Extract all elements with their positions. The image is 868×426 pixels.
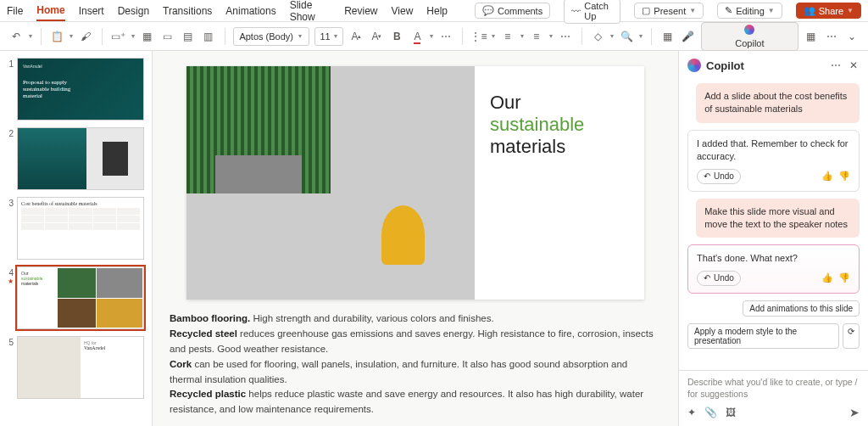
format-painter-button[interactable]: 🖌	[78, 27, 93, 46]
thumb-title: Proposal to supply sustainable building …	[23, 79, 82, 99]
undo-button[interactable]: ↶ Undo	[697, 169, 741, 184]
attach-icon[interactable]: 📎	[704, 406, 717, 418]
slide-title-line-2: sustainable	[490, 114, 629, 136]
chevron-down-icon: ▼	[847, 7, 854, 14]
thumbnail-row[interactable]: 4★ Oursustainablematerials	[5, 266, 147, 329]
share-button[interactable]: 👥 Share ▼	[796, 3, 861, 19]
slide-image-plastic	[331, 193, 475, 300]
tab-help[interactable]: Help	[426, 2, 448, 20]
speaker-notes[interactable]: Bamboo flooring. High strength and durab…	[170, 311, 661, 418]
tab-home[interactable]: Home	[36, 1, 64, 21]
paste-button[interactable]: 📋	[49, 27, 64, 46]
more-para-button[interactable]: ⋯	[558, 27, 573, 46]
copilot-input[interactable]: Describe what you'd like to create, or t…	[687, 376, 860, 401]
suggestion-chip[interactable]: Apply a modern style to the presentation	[687, 323, 839, 349]
chevron-down-icon: ▼	[768, 7, 775, 14]
chevron-down-icon[interactable]: ▾	[520, 32, 524, 40]
font-size-select[interactable]: 11▾	[314, 27, 343, 46]
reuse-slides-button[interactable]: ▥	[201, 27, 216, 46]
thumbnail-slide-5[interactable]: HQ forVanArsdel	[17, 336, 144, 399]
designer-button[interactable]: ▦	[660, 27, 676, 46]
find-button[interactable]: 🔍	[619, 27, 634, 46]
comments-label: Comments	[498, 6, 542, 16]
thumbnail-row[interactable]: 1 VanArsdel Proposal to supply sustainab…	[5, 58, 147, 121]
layout-button[interactable]: ▦	[140, 27, 155, 46]
decrease-font-button[interactable]: A▾	[369, 27, 384, 46]
tab-design[interactable]: Design	[118, 2, 149, 20]
chevron-down-icon[interactable]: ▾	[70, 32, 73, 40]
undo-button[interactable]: ↶	[8, 27, 24, 46]
copilot-ribbon-button[interactable]: Copilot	[701, 22, 798, 51]
close-icon[interactable]: ✕	[848, 58, 860, 73]
font-color-button[interactable]: A	[409, 27, 425, 46]
send-icon[interactable]: ➤	[849, 406, 860, 419]
align-button[interactable]: ≡	[529, 27, 544, 46]
more-font-button[interactable]: ⋯	[438, 27, 453, 46]
reset-button[interactable]: ▭	[160, 27, 175, 46]
thumbnail-slide-2[interactable]	[17, 127, 144, 190]
more-icon[interactable]: ⋯	[829, 58, 843, 73]
image-icon[interactable]: 🖼	[726, 406, 736, 418]
suggestion-chip[interactable]: Add animations to this slide	[743, 300, 860, 317]
sparkle-icon[interactable]: ✦	[687, 406, 696, 418]
thumbnail-number: 4★	[5, 266, 14, 329]
editing-button[interactable]: ✎ Editing ▼	[717, 3, 782, 19]
chevron-down-icon[interactable]: ▾	[639, 32, 643, 40]
catch-up-label: Catch Up	[584, 1, 613, 21]
thumbnail-row[interactable]: 5 HQ forVanArsdel	[5, 336, 147, 399]
shapes-button[interactable]: ◇	[590, 27, 605, 46]
grid-view-button[interactable]: ▦	[804, 27, 819, 46]
undo-label: Undo	[714, 171, 734, 182]
refresh-suggestions-button[interactable]: ⟳	[843, 323, 860, 349]
notes-text: High strength and durability, various co…	[250, 313, 493, 323]
slide-title-box[interactable]: Our sustainable materials	[475, 66, 644, 300]
current-slide[interactable]: Our sustainable materials	[186, 66, 644, 300]
present-button[interactable]: ▢ Present ▼	[634, 3, 704, 19]
tab-animations[interactable]: Animations	[225, 2, 275, 20]
thumbs-up-icon[interactable]: 👍	[821, 272, 833, 284]
chevron-down-icon[interactable]: ▾	[549, 32, 553, 40]
collapse-ribbon-button[interactable]: ⌄	[844, 27, 860, 46]
tab-transitions[interactable]: Transitions	[163, 2, 212, 20]
chevron-down-icon[interactable]: ▾	[492, 32, 495, 40]
copilot-icon	[744, 25, 754, 35]
notes-term: Recycled plastic	[170, 389, 246, 399]
thumb-brand: VanArsdel	[23, 64, 138, 69]
bullets-button[interactable]: ⋮≡	[471, 27, 487, 46]
increase-font-button[interactable]: A▴	[348, 27, 364, 46]
new-slide-button[interactable]: ▭⁺	[111, 27, 126, 46]
undo-button[interactable]: ↶ Undo	[697, 271, 741, 286]
thumbs-down-icon[interactable]: 👎	[838, 170, 850, 182]
thumbnail-row[interactable]: 2	[5, 127, 147, 190]
chevron-down-icon[interactable]: ▾	[29, 32, 32, 40]
editing-label: Editing	[736, 6, 765, 16]
chevron-down-icon[interactable]: ▾	[131, 32, 135, 40]
copilot-messages: Add a slide about the cost benefits of s…	[679, 80, 868, 370]
tab-review[interactable]: Review	[344, 2, 377, 20]
thumbnail-row[interactable]: 3 Cost benefits of sustainable materials	[5, 197, 147, 260]
comments-button[interactable]: 💬 Comments	[475, 3, 550, 19]
dictate-button[interactable]: 🎤	[681, 27, 696, 46]
overflow-button[interactable]: ⋯	[824, 27, 839, 46]
font-name-select[interactable]: Aptos (Body)▾	[233, 27, 309, 46]
chevron-down-icon[interactable]: ▾	[610, 32, 614, 40]
chevron-down-icon[interactable]: ▾	[430, 32, 433, 40]
thumbnail-slide-3[interactable]: Cost benefits of sustainable materials	[17, 197, 144, 260]
catch-up-button[interactable]: 〰 Catch Up	[564, 0, 620, 24]
tab-file[interactable]: File	[7, 2, 23, 20]
thumbs-up-icon[interactable]: 👍	[821, 170, 833, 182]
tab-view[interactable]: View	[392, 2, 414, 20]
thumbnail-slide-1[interactable]: VanArsdel Proposal to supply sustainable…	[17, 58, 144, 121]
bold-button[interactable]: B	[389, 27, 404, 46]
chevron-down-icon: ▾	[334, 32, 337, 40]
slide-image-cork	[186, 193, 331, 300]
notes-text: can be used for flooring, wall panels, i…	[170, 359, 627, 384]
thumbs-down-icon[interactable]: 👎	[838, 272, 850, 284]
slide-title-line-1: Our	[490, 92, 629, 114]
section-button[interactable]: ▤	[181, 27, 196, 46]
thumbnail-slide-4[interactable]: Oursustainablematerials	[17, 266, 144, 329]
tab-insert[interactable]: Insert	[79, 2, 104, 20]
font-name-value: Aptos (Body)	[239, 31, 293, 42]
numbering-button[interactable]: ≡	[500, 27, 515, 46]
slide-thumbnail-panel: 1 VanArsdel Proposal to supply sustainab…	[0, 51, 153, 426]
